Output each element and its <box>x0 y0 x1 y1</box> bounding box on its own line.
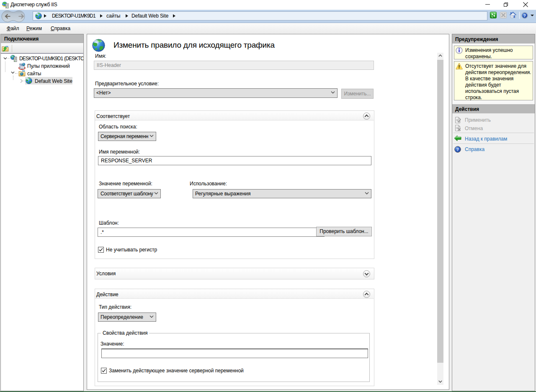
svg-text:?: ? <box>523 13 526 18</box>
svg-text:?: ? <box>456 147 459 152</box>
